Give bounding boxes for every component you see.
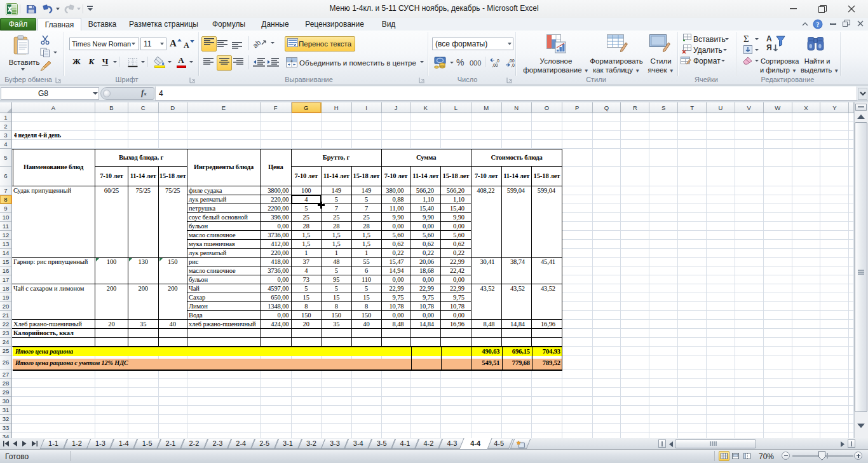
- svg-text:?: ?: [817, 21, 820, 28]
- svg-text:,0: ,0: [511, 63, 515, 67]
- svg-text:,00: ,00: [492, 63, 498, 67]
- svg-text:ab: ab: [254, 38, 262, 49]
- svg-text:,0: ,0: [496, 59, 499, 63]
- svg-text:Я: Я: [766, 43, 772, 52]
- svg-text:a: a: [291, 58, 293, 62]
- svg-text:А: А: [766, 34, 772, 43]
- svg-text:,00: ,00: [508, 59, 515, 63]
